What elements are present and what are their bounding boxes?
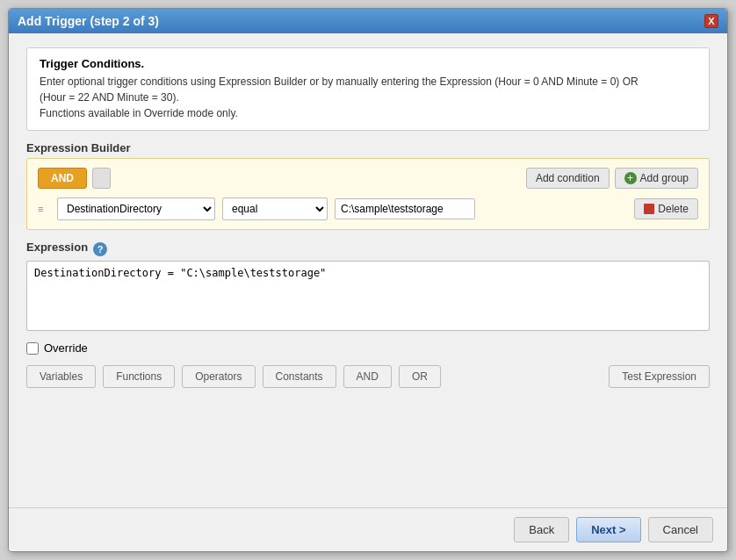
expression-textarea[interactable]: DestinationDirectory = "C:\sample\testst… (26, 261, 710, 331)
expression-section: Expression ? DestinationDirectory = "C:\… (26, 241, 710, 331)
cancel-button[interactable]: Cancel (648, 517, 713, 542)
back-button[interactable]: Back (514, 517, 569, 542)
dialog-footer: Back Next > Cancel (9, 507, 727, 551)
delete-button[interactable]: Delete (634, 198, 698, 219)
close-button[interactable]: X (704, 14, 718, 28)
constants-button[interactable]: Constants (263, 365, 336, 388)
override-label[interactable]: Override (44, 341, 88, 355)
expression-builder-section: Expression Builder AND Add condition + A… (26, 141, 710, 230)
test-expression-button[interactable]: Test Expression (609, 365, 710, 388)
functions-button[interactable]: Functions (103, 365, 175, 388)
dialog-titlebar: Add Trigger (step 2 of 3) X (9, 9, 727, 33)
info-line1: Enter optional trigger conditions using … (40, 74, 696, 90)
toggle-button[interactable] (92, 168, 111, 189)
info-line3: Functions available in Override mode onl… (40, 105, 696, 121)
variables-button[interactable]: Variables (26, 365, 96, 388)
delete-icon (644, 204, 654, 214)
expression-label: Expression (26, 241, 88, 254)
or-expr-button[interactable]: OR (399, 365, 441, 388)
expression-label-row: Expression ? (26, 241, 710, 257)
info-box: Trigger Conditions. Enter optional trigg… (26, 47, 710, 131)
expression-builder-label: Expression Builder (26, 141, 710, 154)
dialog-body: Trigger Conditions. Enter optional trigg… (9, 33, 727, 507)
add-condition-button[interactable]: Add condition (526, 168, 610, 189)
plus-circle-icon: + (624, 172, 637, 184)
operators-button[interactable]: Operators (182, 365, 255, 388)
add-trigger-dialog: Add Trigger (step 2 of 3) X Trigger Cond… (8, 8, 728, 552)
operator-select[interactable]: equal not equal contains starts with end… (222, 197, 328, 220)
info-heading: Trigger Conditions. (40, 57, 696, 70)
info-line2: (Hour = 22 AND Minute = 30). (40, 90, 696, 105)
expression-builder-box: AND Add condition + Add group ≡ Destinat… (26, 158, 710, 230)
dialog-title: Add Trigger (step 2 of 3) (18, 14, 159, 28)
override-row: Override (26, 341, 710, 355)
override-checkbox[interactable] (26, 342, 39, 355)
next-button[interactable]: Next > (576, 517, 640, 542)
help-icon[interactable]: ? (93, 242, 107, 256)
condition-value-input[interactable] (335, 198, 475, 219)
expr-buttons-row: Variables Functions Operators Constants … (26, 365, 710, 388)
builder-toolbar: AND Add condition + Add group (38, 168, 698, 189)
field-select[interactable]: DestinationDirectory (57, 197, 215, 220)
row-handle: ≡ (38, 204, 50, 214)
condition-row: ≡ DestinationDirectory equal not equal c… (38, 197, 698, 220)
and-button[interactable]: AND (38, 168, 87, 189)
and-expr-button[interactable]: AND (343, 365, 392, 388)
add-group-button[interactable]: + Add group (615, 168, 698, 189)
